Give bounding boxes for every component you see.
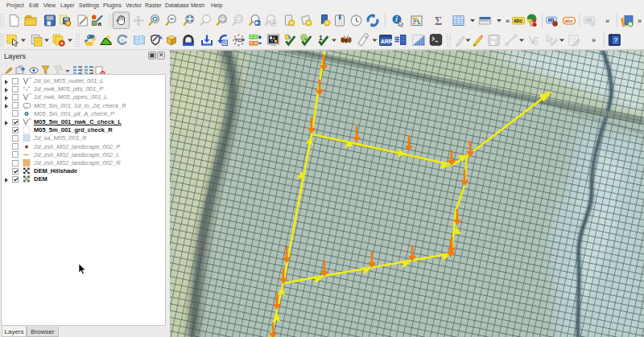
svg-text:»: » [638, 17, 642, 25]
svg-text:a: a [98, 20, 102, 27]
svg-text:ab: ab [586, 17, 592, 23]
svg-text:abc: abc [514, 18, 523, 23]
svg-text:abc: abc [564, 18, 573, 23]
svg-text:»: » [605, 17, 609, 25]
svg-text:ARR: ARR [381, 39, 393, 44]
svg-text:?: ? [613, 36, 618, 44]
svg-text:Σ: Σ [435, 15, 442, 27]
svg-text:»: » [506, 17, 510, 25]
svg-text:ε: ε [60, 66, 63, 72]
svg-text:1: 1 [319, 34, 323, 42]
svg-text:»: » [592, 36, 596, 44]
svg-text:TCP: TCP [235, 38, 245, 43]
